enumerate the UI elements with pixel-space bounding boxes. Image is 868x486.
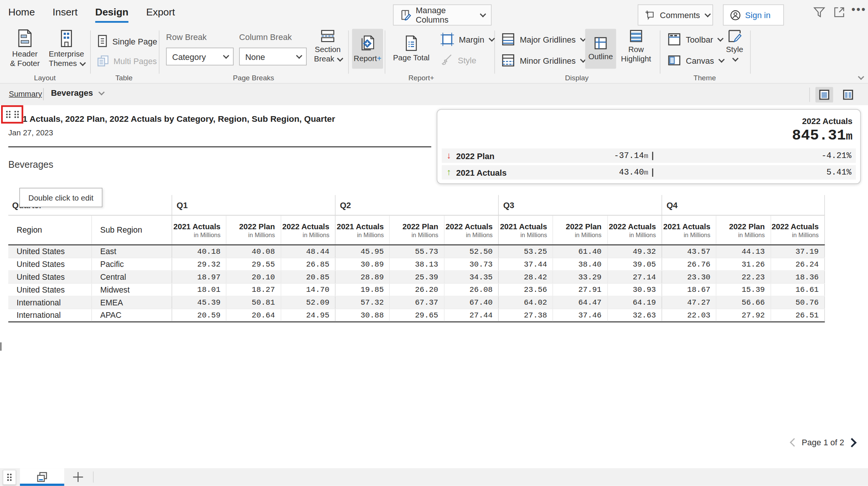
drag-handle-highlight[interactable] (1, 105, 23, 123)
toolbar-button[interactable]: Toolbar (667, 32, 722, 46)
manage-columns-button[interactable]: Manage Columns (393, 5, 492, 26)
report-date[interactable]: Jan 27, 2023 (8, 128, 53, 137)
margin-button[interactable]: Margin (440, 32, 493, 46)
canvas-button[interactable]: Canvas (667, 53, 723, 67)
enterprise-themes-button[interactable]: Enterprise Themes (44, 29, 89, 68)
filter-icon[interactable] (813, 6, 826, 19)
active-sheet-tab[interactable] (20, 468, 64, 486)
active-tab-indicator (20, 484, 64, 486)
outline-icon (593, 36, 608, 51)
value-cell: 27.44 (444, 309, 498, 321)
summary-link[interactable]: Summary (9, 89, 42, 98)
report-plus-icon (359, 34, 376, 52)
more-options-icon[interactable]: ••• (851, 3, 866, 16)
tab-design[interactable]: Design (95, 7, 128, 23)
value-cell: 19.85 (335, 284, 389, 296)
single-page-icon (97, 34, 108, 48)
app-window: Home Insert Design Export Manage Columns… (0, 0, 868, 486)
value-cell: 50.76 (770, 296, 825, 308)
major-gridlines-button[interactable]: Major Gridlines (501, 32, 585, 46)
margin-label: Margin (459, 35, 484, 44)
tab-export[interactable]: Export (146, 7, 175, 23)
value-cell: 20.85 (280, 271, 335, 283)
value-cell: 23.30 (662, 271, 716, 283)
page-total-button[interactable]: Page Total (390, 29, 433, 69)
table-row: United StatesPacific29.3229.5526.8530.89… (8, 258, 825, 271)
row-break-value: Category (172, 52, 206, 61)
value-cell: 52.09 (280, 296, 335, 308)
tab-home[interactable]: Home (8, 7, 35, 23)
single-column-view-toggle[interactable] (815, 87, 833, 103)
value-cell: 37.44 (498, 258, 552, 270)
edit-columns-icon (400, 9, 411, 20)
report-plus-button[interactable]: Report+ (352, 29, 383, 69)
row-highlight-button[interactable]: Row Highlight (619, 29, 653, 64)
previous-page-icon[interactable] (790, 438, 799, 447)
sign-in-button[interactable]: Sign in (723, 5, 784, 26)
report-table[interactable]: Quarter Q1Q2Q3Q4 RegionSub Region2021 Ac… (8, 195, 825, 322)
measure-header: 2022 Planin Millions (226, 216, 280, 244)
expand-icon[interactable] (833, 6, 846, 19)
value-cell: 22.23 (716, 271, 770, 283)
row-highlight-label2: Highlight (621, 54, 651, 64)
value-cell: 20.64 (226, 309, 280, 321)
column-break-select[interactable]: None (239, 48, 307, 65)
value-cell: 40.18 (172, 245, 226, 258)
section-break-button[interactable]: Section Break (310, 29, 345, 64)
collapse-ribbon-icon[interactable] (858, 74, 864, 80)
row-break-select[interactable]: Category (166, 48, 234, 65)
tab-insert[interactable]: Insert (53, 7, 78, 23)
minor-gridlines-label: Minor Gridlines (520, 56, 576, 65)
report-title[interactable]: 2021 Actuals, 2022 Plan, 2022 Actuals by… (8, 114, 429, 124)
value-cell: 18.01 (172, 284, 226, 296)
measure-header: 2021 Actualsin Millions (172, 216, 226, 244)
theme-style-button[interactable]: Style (723, 29, 747, 61)
next-page-icon[interactable] (847, 438, 857, 447)
two-column-view-toggle[interactable] (839, 87, 857, 103)
divider (348, 31, 348, 74)
region-cell: United States (8, 258, 91, 270)
outline-button[interactable]: Outline (585, 29, 616, 69)
value-cell: 28.42 (498, 271, 552, 283)
multi-pages-icon (97, 54, 109, 67)
chevron-down-icon (337, 55, 343, 61)
divider (90, 31, 91, 74)
value-cell: 55.73 (389, 245, 443, 258)
measure-header: 2021 Actualsin Millions (498, 216, 552, 244)
kpi-card[interactable]: 2022 Actuals 845.31m ↓2022 Plan-37.14m-4… (437, 109, 861, 184)
comments-button[interactable]: Comments (638, 5, 713, 26)
kpi-delta-label: 2021 Actuals (456, 167, 550, 177)
minor-gridlines-button[interactable]: Minor Gridlines (501, 53, 585, 67)
value-cell: 56.66 (716, 296, 770, 308)
divider (159, 31, 159, 74)
value-cell: 50.81 (226, 296, 280, 308)
toolbar-icon (667, 32, 682, 46)
sign-in-label: Sign in (745, 10, 770, 20)
report-canvas[interactable]: 2021 Actuals, 2022 Plan, 2022 Actuals by… (0, 105, 868, 468)
value-cell: 34.35 (444, 271, 498, 283)
style-button-disabled[interactable]: Style (440, 53, 476, 66)
section-break-label2: Break (314, 54, 334, 64)
add-sheet-button[interactable] (64, 468, 92, 486)
multi-pages-label: Multi Pages (113, 56, 157, 66)
quarter-header: Q2 (335, 195, 498, 215)
quarter-header: Q3 (498, 195, 661, 215)
canvas-icon (667, 53, 682, 67)
header-footer-icon (17, 29, 33, 48)
header-footer-label: Header (12, 49, 37, 59)
single-page-button[interactable]: Single Page (97, 34, 157, 48)
tab-drag-handle[interactable] (3, 470, 16, 485)
value-cell: 38.40 (553, 258, 607, 270)
value-cell: 30.88 (335, 309, 389, 321)
table-body: United StatesEast40.1840.0848.4445.9555.… (8, 245, 825, 322)
section-break-label: Section (315, 45, 341, 54)
measure-header: 2022 Planin Millions (553, 216, 607, 244)
row-highlight-label: Row (628, 45, 644, 54)
group-label-page-breaks: Page Breaks (233, 74, 274, 82)
value-cell: 26.24 (770, 258, 825, 270)
multi-pages-button[interactable]: Multi Pages (97, 54, 157, 67)
chevron-down-icon (296, 52, 303, 59)
category-picker[interactable]: Beverages (51, 88, 103, 98)
header-footer-button[interactable]: Header & Footer (10, 29, 40, 68)
chevron-down-icon (732, 55, 739, 62)
